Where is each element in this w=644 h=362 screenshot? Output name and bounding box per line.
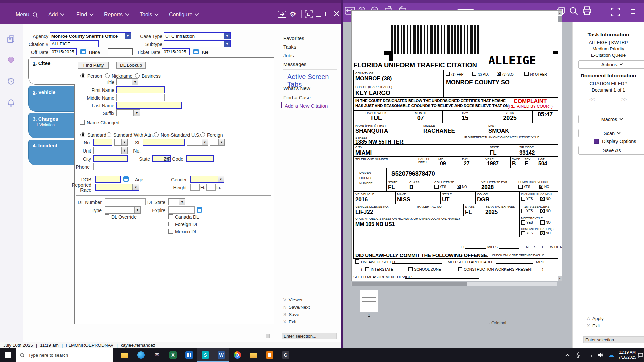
taskbar-clock[interactable]: 11:19 AM7/16/2025 [618, 348, 637, 362]
actions-button[interactable]: Actions [578, 60, 644, 69]
maximize-icon[interactable] [631, 9, 635, 14]
tray-microphone-icon[interactable] [573, 348, 584, 362]
save-as-button[interactable]: Save As [578, 146, 644, 155]
maximize-icon[interactable] [325, 12, 330, 16]
shortcut-viewer[interactable]: VViewer [283, 297, 303, 303]
height-ft-input[interactable] [190, 184, 200, 191]
page-thumbnail[interactable] [360, 290, 378, 312]
agency-select[interactable]: Monroe County Sheriff's Office▼ [50, 32, 131, 39]
menu-item-menu[interactable]: Menu [16, 12, 38, 18]
scroll-down-button[interactable]: ▼ [558, 276, 562, 281]
search-icon[interactable] [569, 6, 578, 16]
command-input[interactable]: Enter selection... [282, 333, 337, 339]
dl-override-checkbox[interactable] [105, 214, 109, 219]
sidebar-item-jobs[interactable]: Jobs [283, 53, 294, 58]
menu-item-reports[interactable]: Reports [104, 12, 129, 18]
minimize-icon[interactable] [316, 16, 321, 17]
scroll-up-button[interactable]: ▲ [558, 11, 562, 15]
taskbar-file-explorer-icon[interactable] [117, 348, 133, 362]
macros-button[interactable]: Macros [578, 115, 644, 123]
foreign-dl-checkbox[interactable] [168, 222, 173, 226]
menu-item-tools[interactable]: Tools [140, 12, 158, 18]
phone-input[interactable] [93, 163, 127, 170]
taskbar-g-app-icon[interactable]: G [278, 348, 294, 362]
menu-item-find[interactable]: Find [76, 12, 93, 18]
shortcut-exit[interactable]: XExit [283, 319, 297, 325]
history-icon[interactable] [7, 77, 15, 86]
action-center-icon[interactable] [637, 348, 644, 362]
unit-no-input[interactable] [143, 147, 167, 154]
nickname-radio[interactable] [105, 73, 110, 78]
find-party-button[interactable]: Find Party [78, 62, 109, 69]
dropdown-arrow-icon[interactable]: ▼ [132, 184, 139, 190]
person-radio[interactable] [80, 73, 85, 78]
shortcut-save[interactable]: SSave [283, 311, 299, 317]
minimize-icon[interactable] [622, 14, 627, 14]
city-input[interactable] [93, 155, 128, 162]
dropdown-arrow-icon[interactable]: ▼ [224, 41, 230, 47]
display-options-checkbox[interactable] [594, 139, 599, 144]
calendar-icon[interactable] [123, 176, 129, 182]
previous-document-button[interactable]: << [589, 97, 595, 102]
height-in-input[interactable] [206, 184, 216, 191]
start-button[interactable] [0, 348, 16, 362]
off-date-input[interactable]: 07/15/2025 [50, 48, 77, 55]
dropdown-arrow-icon[interactable]: ▼ [224, 33, 230, 39]
taskbar-excel-icon[interactable]: X [165, 348, 181, 362]
tray-show-hidden-icon[interactable] [562, 348, 572, 362]
dl-state-select[interactable]: ▼ [168, 198, 185, 205]
resize-grip[interactable] [266, 334, 270, 338]
nav-add-a-new-citation[interactable]: Add a New Citation [285, 103, 328, 109]
street-input[interactable] [143, 139, 185, 146]
gear-icon[interactable]: ⚙ [290, 10, 296, 18]
subtype-select[interactable]: ▼ [164, 40, 231, 47]
exit-shortcut[interactable]: XExit [587, 323, 600, 329]
zip-input[interactable] [186, 155, 214, 162]
middle-name-input[interactable] [116, 94, 165, 101]
suffix-select[interactable]: ▼ [116, 109, 140, 116]
next-document-button[interactable]: >> [621, 97, 627, 102]
menu-item-configure[interactable]: Configure [169, 12, 198, 18]
street-type-select[interactable]: ▼ [187, 139, 208, 146]
dl-number-input[interactable] [105, 198, 146, 205]
tab-citee[interactable]: 1. Citee [28, 57, 75, 85]
calendar-icon[interactable] [197, 207, 202, 213]
dropdown-arrow-icon[interactable]: ▼ [132, 79, 138, 85]
canada-dl-checkbox[interactable] [168, 214, 173, 219]
taskbar-powerpoint-icon[interactable] [262, 348, 278, 362]
dropdown-arrow-icon[interactable]: ▼ [133, 110, 140, 116]
standard-attn-radio[interactable] [107, 132, 111, 137]
close-icon[interactable] [334, 11, 339, 16]
tab-charges[interactable]: 3. Charges1 Violation [28, 113, 74, 138]
ticket-date-input[interactable]: 07/15/2025 [162, 48, 190, 55]
standard-radio[interactable] [80, 132, 85, 137]
dob-input[interactable] [95, 176, 121, 183]
tray-onedrive-icon[interactable]: ☁ [606, 348, 617, 362]
dl-type-select[interactable]: ▼ [105, 206, 141, 214]
citation-number-input[interactable]: ALLEIGE [50, 40, 99, 47]
horizontal-scrollbar-thumb[interactable] [352, 282, 467, 286]
print-icon[interactable] [582, 6, 592, 16]
dropdown-arrow-icon[interactable]: ▼ [218, 139, 224, 145]
calendar-icon[interactable] [193, 49, 199, 54]
citation-document-page[interactable]: ALLEIGE FLORIDA UNIFORM TRAFFIC CITATION… [351, 10, 562, 281]
dropdown-arrow-icon[interactable]: ▼ [218, 176, 224, 182]
sidebar-item-tasks[interactable]: Tasks [283, 44, 296, 50]
apply-shortcut[interactable]: AApply [587, 315, 604, 321]
fullscreen-icon[interactable] [305, 10, 313, 18]
command-input[interactable]: Enter selection... [583, 336, 644, 343]
taskbar-folder2-icon[interactable] [246, 348, 262, 362]
name-changed-checkbox[interactable] [80, 120, 85, 125]
tray-network-icon[interactable] [584, 348, 595, 362]
taskbar-mail-icon[interactable]: ✉ [149, 348, 165, 362]
taskbar-app-grid-icon[interactable] [181, 348, 197, 362]
bell-icon[interactable] [7, 99, 15, 107]
vertical-scrollbar-thumb[interactable] [558, 16, 562, 22]
dropdown-arrow-icon[interactable]: ▼ [134, 207, 140, 213]
nav-find-a-case[interactable]: Find a Case [283, 95, 311, 100]
street-no-input[interactable] [93, 139, 112, 146]
foreign-radio[interactable] [200, 132, 205, 137]
search-icon[interactable] [32, 12, 38, 18]
first-name-input[interactable] [116, 86, 165, 93]
dropdown-arrow-icon[interactable]: ▼ [202, 139, 208, 145]
